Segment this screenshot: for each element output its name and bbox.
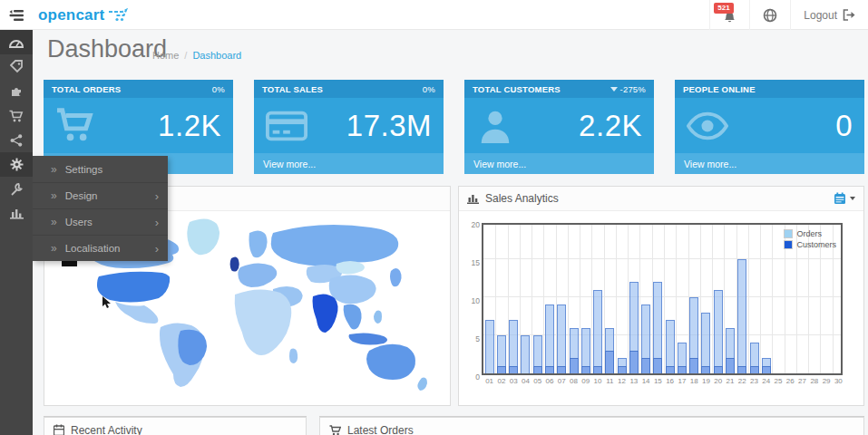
x-axis-tick: 19 bbox=[702, 377, 710, 385]
customers-bar bbox=[581, 366, 590, 373]
sidebar-item-tools[interactable] bbox=[0, 177, 33, 201]
orders-bar bbox=[545, 304, 554, 373]
chevron-down-icon bbox=[850, 197, 855, 200]
tile-change: 0% bbox=[212, 84, 225, 94]
double-chevron-icon bbox=[51, 242, 65, 255]
x-axis-tick: 30 bbox=[834, 377, 843, 385]
x-axis-tick: 08 bbox=[570, 377, 578, 385]
tag-icon bbox=[10, 60, 24, 73]
orders-bar bbox=[521, 335, 530, 373]
x-axis-tick: 07 bbox=[558, 377, 566, 385]
x-axis-tick: 22 bbox=[738, 377, 746, 385]
customers-bar bbox=[497, 366, 506, 373]
sidebar-toggle-button[interactable] bbox=[0, 0, 33, 30]
calendar-icon bbox=[834, 192, 846, 205]
recent-activity-panel: Recent Activity bbox=[44, 417, 307, 435]
sidebar-item-catalog[interactable] bbox=[0, 54, 33, 79]
mouse-cursor bbox=[102, 296, 112, 309]
puzzle-icon bbox=[10, 84, 24, 98]
logo-text: opencart bbox=[38, 6, 104, 24]
submenu-item-users[interactable]: Users bbox=[33, 208, 168, 235]
customers-bar bbox=[689, 358, 698, 373]
chart-plot[interactable]: Orders Customers 05101520010203040506070… bbox=[482, 223, 843, 375]
breadcrumb-current[interactable]: Dashboard bbox=[192, 50, 241, 61]
customers-bar bbox=[618, 366, 627, 373]
page-header: Dashboard Home / Dashboard bbox=[33, 30, 868, 77]
chevron-right-icon bbox=[155, 216, 159, 229]
view-more-link[interactable]: View more... bbox=[464, 153, 654, 174]
shopping-cart-icon bbox=[329, 425, 341, 435]
chevron-right-icon bbox=[155, 242, 159, 256]
customers-bar bbox=[737, 366, 746, 373]
customers-bar bbox=[557, 366, 566, 373]
submenu-item-localisation[interactable]: Localisation bbox=[33, 235, 168, 261]
x-axis-tick: 03 bbox=[510, 377, 518, 385]
logout-button[interactable]: Logout bbox=[790, 0, 868, 30]
legend-swatch-orders bbox=[784, 229, 793, 238]
customers-bar bbox=[678, 366, 687, 373]
tile-title: TOTAL SALES bbox=[262, 84, 323, 94]
eye-icon bbox=[687, 111, 728, 141]
x-axis-tick: 17 bbox=[678, 377, 686, 385]
x-axis-tick: 25 bbox=[775, 377, 783, 385]
tile-title: TOTAL CUSTOMERS bbox=[473, 84, 561, 94]
tile-title: PEOPLE ONLINE bbox=[683, 84, 756, 94]
y-axis-tick: 10 bbox=[472, 296, 480, 305]
x-axis-tick: 23 bbox=[750, 377, 758, 385]
double-chevron-icon bbox=[51, 189, 65, 202]
x-axis-tick: 01 bbox=[485, 377, 493, 385]
tile-total-customers: TOTAL CUSTOMERS -275% 2.2K View more... bbox=[464, 80, 654, 174]
dashboard-icon bbox=[9, 36, 24, 49]
breadcrumb-home[interactable]: Home bbox=[152, 50, 179, 61]
x-axis-tick: 12 bbox=[618, 377, 626, 385]
page-title: Dashboard bbox=[47, 35, 167, 63]
logout-icon bbox=[843, 9, 855, 21]
panel-title: Recent Activity bbox=[71, 424, 142, 435]
user-icon bbox=[476, 107, 514, 145]
x-axis-tick: 13 bbox=[629, 377, 638, 385]
tile-total-sales: TOTAL SALES 0% 17.3M View more... bbox=[254, 80, 444, 174]
sidebar-item-extensions[interactable] bbox=[0, 79, 33, 103]
customers-bar bbox=[714, 366, 723, 373]
sidebar-nav bbox=[0, 30, 33, 435]
gridline bbox=[760, 225, 761, 373]
customers-bar bbox=[629, 351, 639, 373]
tile-value: 1.2K bbox=[158, 109, 221, 143]
calendar-dropdown-button[interactable] bbox=[834, 192, 855, 205]
legend-swatch-customers bbox=[784, 240, 793, 249]
x-axis-tick: 20 bbox=[714, 377, 722, 385]
submenu-stub bbox=[62, 261, 77, 266]
notifications-button[interactable]: 521 bbox=[709, 0, 749, 30]
submenu-item-design[interactable]: Design bbox=[33, 182, 168, 208]
sidebar-item-system[interactable] bbox=[0, 152, 33, 177]
menu-icon bbox=[9, 9, 24, 22]
gridline bbox=[616, 225, 617, 373]
sidebar-item-sales[interactable] bbox=[0, 103, 33, 128]
legend-label-orders: Orders bbox=[796, 229, 822, 238]
sidebar-item-dashboard[interactable] bbox=[0, 30, 33, 54]
shopping-cart-icon bbox=[55, 107, 97, 145]
tile-change: -275% bbox=[620, 84, 646, 94]
tile-title: TOTAL ORDERS bbox=[52, 84, 121, 94]
tile-change: 0% bbox=[423, 84, 435, 94]
customers-bar bbox=[762, 366, 771, 373]
view-more-link[interactable]: View more... bbox=[254, 153, 444, 174]
customers-bar bbox=[641, 358, 650, 373]
panel-title: Sales Analytics bbox=[485, 192, 559, 205]
wrench-icon bbox=[10, 183, 23, 196]
x-axis-tick: 28 bbox=[810, 377, 818, 385]
x-axis-tick: 16 bbox=[666, 377, 674, 385]
view-more-link[interactable]: View more... bbox=[675, 153, 864, 174]
x-axis-tick: 06 bbox=[546, 377, 554, 385]
customers-bar bbox=[653, 358, 662, 373]
customers-bar bbox=[533, 366, 542, 373]
x-axis-tick: 18 bbox=[690, 377, 698, 385]
sidebar-item-marketing[interactable] bbox=[0, 128, 33, 152]
submenu-item-settings[interactable]: Settings bbox=[33, 156, 168, 182]
customers-bar bbox=[666, 366, 675, 373]
gear-icon bbox=[10, 158, 24, 171]
sidebar-item-reports[interactable] bbox=[0, 201, 33, 226]
stores-button[interactable] bbox=[749, 0, 790, 30]
opencart-logo[interactable]: opencart bbox=[38, 0, 128, 30]
x-axis-tick: 29 bbox=[823, 377, 831, 385]
